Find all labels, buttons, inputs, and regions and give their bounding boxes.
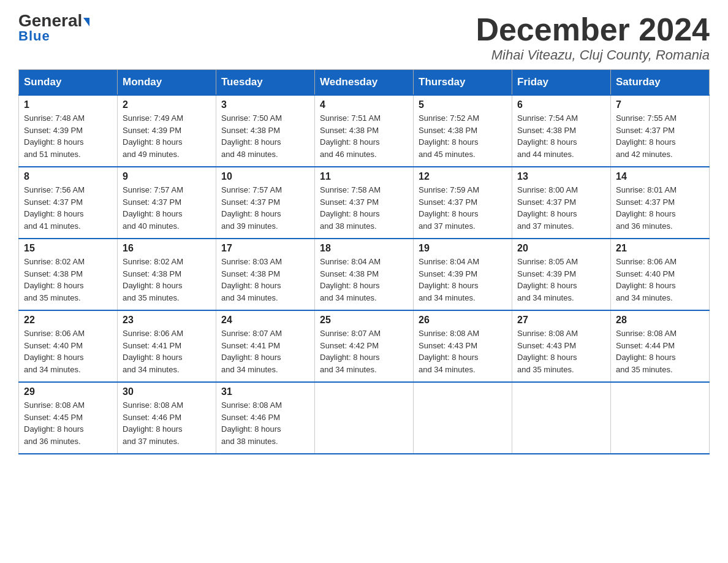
table-row: 5 Sunrise: 7:52 AMSunset: 4:38 PMDayligh… — [414, 95, 512, 167]
day-number: 13 — [517, 171, 605, 182]
table-row: 15 Sunrise: 8:02 AMSunset: 4:38 PMDaylig… — [19, 239, 118, 310]
table-row: 19 Sunrise: 8:04 AMSunset: 4:39 PMDaylig… — [414, 239, 512, 310]
day-info: Sunrise: 7:57 AMSunset: 4:37 PMDaylight:… — [221, 184, 309, 232]
day-info: Sunrise: 7:49 AMSunset: 4:39 PMDaylight:… — [123, 112, 211, 160]
table-row: 7 Sunrise: 7:55 AMSunset: 4:37 PMDayligh… — [611, 95, 710, 167]
logo: General Blue — [18, 12, 89, 44]
table-row: 22 Sunrise: 8:06 AMSunset: 4:40 PMDaylig… — [19, 310, 118, 382]
day-info: Sunrise: 7:56 AMSunset: 4:37 PMDaylight:… — [24, 184, 112, 232]
table-row: 16 Sunrise: 8:02 AMSunset: 4:38 PMDaylig… — [118, 239, 216, 310]
header-sunday: Sunday — [19, 70, 118, 96]
day-info: Sunrise: 8:06 AMSunset: 4:40 PMDaylight:… — [616, 256, 704, 304]
table-row: 21 Sunrise: 8:06 AMSunset: 4:40 PMDaylig… — [611, 239, 710, 310]
day-info: Sunrise: 8:04 AMSunset: 4:39 PMDaylight:… — [419, 256, 507, 304]
day-number: 20 — [517, 243, 605, 254]
day-info: Sunrise: 7:57 AMSunset: 4:37 PMDaylight:… — [123, 184, 211, 232]
calendar-week-row: 8 Sunrise: 7:56 AMSunset: 4:37 PMDayligh… — [19, 167, 710, 239]
table-row: 14 Sunrise: 8:01 AMSunset: 4:37 PMDaylig… — [611, 167, 710, 239]
table-row: 9 Sunrise: 7:57 AMSunset: 4:37 PMDayligh… — [118, 167, 216, 239]
calendar-week-row: 15 Sunrise: 8:02 AMSunset: 4:38 PMDaylig… — [19, 239, 710, 310]
day-number: 19 — [419, 243, 507, 254]
day-info: Sunrise: 8:04 AMSunset: 4:38 PMDaylight:… — [320, 256, 408, 304]
table-row — [315, 382, 414, 454]
table-row: 27 Sunrise: 8:08 AMSunset: 4:43 PMDaylig… — [512, 310, 611, 382]
day-number: 26 — [419, 315, 507, 326]
table-row: 29 Sunrise: 8:08 AMSunset: 4:45 PMDaylig… — [19, 382, 118, 454]
header-monday: Monday — [118, 70, 216, 96]
table-row — [512, 382, 611, 454]
day-number: 17 — [221, 243, 309, 254]
table-row: 3 Sunrise: 7:50 AMSunset: 4:38 PMDayligh… — [216, 95, 315, 167]
day-number: 6 — [517, 99, 605, 110]
calendar-week-row: 29 Sunrise: 8:08 AMSunset: 4:45 PMDaylig… — [19, 382, 710, 454]
day-number: 25 — [320, 315, 408, 326]
day-info: Sunrise: 8:06 AMSunset: 4:41 PMDaylight:… — [123, 327, 211, 375]
day-info: Sunrise: 7:58 AMSunset: 4:37 PMDaylight:… — [320, 184, 408, 232]
table-row: 20 Sunrise: 8:05 AMSunset: 4:39 PMDaylig… — [512, 239, 611, 310]
day-info: Sunrise: 7:55 AMSunset: 4:37 PMDaylight:… — [616, 112, 704, 160]
table-row: 31 Sunrise: 8:08 AMSunset: 4:46 PMDaylig… — [216, 382, 315, 454]
table-row: 18 Sunrise: 8:04 AMSunset: 4:38 PMDaylig… — [315, 239, 414, 310]
header-friday: Friday — [512, 70, 611, 96]
day-number: 5 — [419, 99, 507, 110]
table-row: 4 Sunrise: 7:51 AMSunset: 4:38 PMDayligh… — [315, 95, 414, 167]
day-number: 28 — [616, 315, 704, 326]
day-number: 9 — [123, 171, 211, 182]
day-number: 10 — [221, 171, 309, 182]
day-info: Sunrise: 8:07 AMSunset: 4:42 PMDaylight:… — [320, 327, 408, 375]
day-info: Sunrise: 7:54 AMSunset: 4:38 PMDaylight:… — [517, 112, 605, 160]
day-number: 3 — [221, 99, 309, 110]
day-number: 29 — [24, 386, 112, 397]
day-number: 15 — [24, 243, 112, 254]
calendar-week-row: 22 Sunrise: 8:06 AMSunset: 4:40 PMDaylig… — [19, 310, 710, 382]
logo-general: General — [18, 11, 82, 30]
header-saturday: Saturday — [611, 70, 710, 96]
logo-text: General — [18, 12, 89, 29]
table-row: 2 Sunrise: 7:49 AMSunset: 4:39 PMDayligh… — [118, 95, 216, 167]
day-info: Sunrise: 8:08 AMSunset: 4:44 PMDaylight:… — [616, 327, 704, 375]
table-row: 1 Sunrise: 7:48 AMSunset: 4:39 PMDayligh… — [19, 95, 118, 167]
day-info: Sunrise: 8:08 AMSunset: 4:43 PMDaylight:… — [419, 327, 507, 375]
calendar-week-row: 1 Sunrise: 7:48 AMSunset: 4:39 PMDayligh… — [19, 95, 710, 167]
day-number: 23 — [123, 315, 211, 326]
day-info: Sunrise: 8:08 AMSunset: 4:46 PMDaylight:… — [123, 399, 211, 447]
table-row: 23 Sunrise: 8:06 AMSunset: 4:41 PMDaylig… — [118, 310, 216, 382]
day-info: Sunrise: 8:06 AMSunset: 4:40 PMDaylight:… — [24, 327, 112, 375]
day-info: Sunrise: 8:02 AMSunset: 4:38 PMDaylight:… — [123, 256, 211, 304]
calendar-header-row: Sunday Monday Tuesday Wednesday Thursday… — [19, 70, 710, 96]
header-tuesday: Tuesday — [216, 70, 315, 96]
day-number: 8 — [24, 171, 112, 182]
table-row: 25 Sunrise: 8:07 AMSunset: 4:42 PMDaylig… — [315, 310, 414, 382]
day-info: Sunrise: 7:50 AMSunset: 4:38 PMDaylight:… — [221, 112, 309, 160]
day-info: Sunrise: 8:02 AMSunset: 4:38 PMDaylight:… — [24, 256, 112, 304]
day-number: 2 — [123, 99, 211, 110]
day-info: Sunrise: 8:01 AMSunset: 4:37 PMDaylight:… — [616, 184, 704, 232]
day-info: Sunrise: 8:07 AMSunset: 4:41 PMDaylight:… — [221, 327, 309, 375]
day-info: Sunrise: 8:08 AMSunset: 4:46 PMDaylight:… — [221, 399, 309, 447]
logo-arrow-icon — [83, 18, 89, 26]
day-number: 21 — [616, 243, 704, 254]
table-row: 13 Sunrise: 8:00 AMSunset: 4:37 PMDaylig… — [512, 167, 611, 239]
table-row: 30 Sunrise: 8:08 AMSunset: 4:46 PMDaylig… — [118, 382, 216, 454]
day-number: 4 — [320, 99, 408, 110]
day-number: 22 — [24, 315, 112, 326]
table-row: 28 Sunrise: 8:08 AMSunset: 4:44 PMDaylig… — [611, 310, 710, 382]
table-row — [414, 382, 512, 454]
day-number: 24 — [221, 315, 309, 326]
day-number: 31 — [221, 386, 309, 397]
title-block: December 2024 Mihai Viteazu, Cluj County… — [476, 12, 710, 63]
day-info: Sunrise: 7:51 AMSunset: 4:38 PMDaylight:… — [320, 112, 408, 160]
day-info: Sunrise: 8:05 AMSunset: 4:39 PMDaylight:… — [517, 256, 605, 304]
table-row — [611, 382, 710, 454]
day-number: 27 — [517, 315, 605, 326]
day-info: Sunrise: 7:59 AMSunset: 4:37 PMDaylight:… — [419, 184, 507, 232]
day-number: 16 — [123, 243, 211, 254]
table-row: 26 Sunrise: 8:08 AMSunset: 4:43 PMDaylig… — [414, 310, 512, 382]
header-thursday: Thursday — [414, 70, 512, 96]
month-title: December 2024 — [476, 12, 710, 47]
table-row: 8 Sunrise: 7:56 AMSunset: 4:37 PMDayligh… — [19, 167, 118, 239]
header-wednesday: Wednesday — [315, 70, 414, 96]
calendar-table: Sunday Monday Tuesday Wednesday Thursday… — [18, 69, 710, 454]
day-number: 30 — [123, 386, 211, 397]
day-number: 12 — [419, 171, 507, 182]
